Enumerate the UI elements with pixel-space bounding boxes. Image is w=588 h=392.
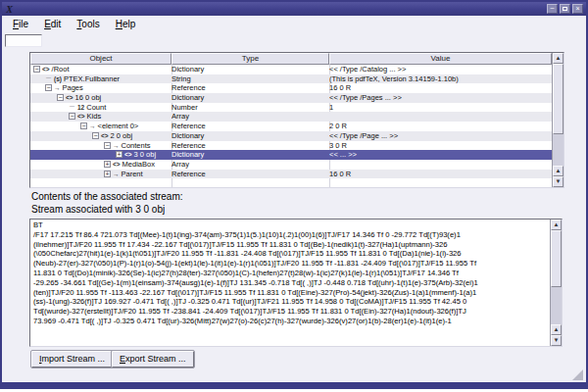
object-label: Parent [122,170,143,178]
object-label: Pages [63,83,83,92]
tree-row-kids[interactable]: −<>KidsArray [30,112,552,122]
expander-minus-icon[interactable]: − [80,122,87,129]
type-cell: Dictionary [172,93,329,103]
object-label: 3 0 obj [134,150,157,159]
value-cell: (This is pdfTeX, Version 3.14159-1.10b) [329,74,552,84]
reference-icon: → [54,83,61,93]
import-stream-button[interactable]: Import Stream ... [31,351,113,368]
type-cell: Array [172,112,329,122]
tree-row-pages[interactable]: −→PagesReference16 0 R [30,83,552,93]
scroll-down-icon[interactable]: ▼ [553,176,564,187]
expander-minus-icon[interactable]: − [104,142,111,149]
column-header-type[interactable]: Type [172,53,329,65]
export-stream-button[interactable]: Export Stream ... [112,351,194,368]
pdf-object-tree: Object Type Value −<>/RootDictionary<< /… [29,52,564,188]
menu-edit[interactable]: Edit [37,18,68,30]
type-cell: Number [172,103,329,113]
object-label: MediaBox [122,160,155,169]
screen: X – × File Edit Tools Help [0,0,588,392]
toolbar-field[interactable] [5,34,42,47]
stream-subheading: Stream associated with 3 0 obj [31,204,165,215]
expander-plus-icon[interactable]: + [116,151,122,158]
expander-minus-icon[interactable]: − [92,132,99,139]
type-cell: Reference [172,170,329,179]
app-icon: X [4,4,15,15]
scroll-up-icon[interactable]: ▲ [551,220,562,230]
close-button[interactable]: × [572,4,583,14]
object-label: Kids [87,112,102,121]
expander-minus-icon[interactable]: − [69,113,75,120]
resize-grip[interactable] [572,369,583,380]
menu-file[interactable]: File [6,18,35,30]
object-label: Contents [122,141,151,150]
menu-tools[interactable]: Tools [70,18,106,30]
scroll-up-icon[interactable]: ▲ [553,53,564,64]
tree-row-3-0-obj[interactable]: +<>3 0 objDictionary<< ... >> [30,150,552,160]
value-cell: << /Type /Pages ... >> [329,93,552,103]
value-cell: 16 0 R [329,170,552,179]
minimize-button[interactable]: – [547,4,558,14]
value-cell: 1 [329,103,552,113]
titlebar[interactable]: X – × [2,2,586,16]
tree-row-contents[interactable]: −→ContentsReference3 0 R [30,141,552,151]
type-cell: Dictionary [172,65,329,74]
object-label: 2 0 obj [111,131,133,140]
reference-icon: → [89,122,96,131]
stream-section-heading: Contents of the associated stream: [31,191,183,202]
expander-minus-icon[interactable]: − [33,66,40,73]
value-cell [329,112,552,122]
type-cell: Dictionary [172,131,329,141]
scroll-down-icon[interactable]: ▼ [551,335,562,346]
tree-scrollbar-thumb[interactable] [553,64,564,134]
scroll-up-icon[interactable]: ▲ [551,324,562,335]
tree-row-parent[interactable]: +→ParentReference16 0 R [30,170,552,179]
dictionary-icon: <> [42,65,50,74]
reference-icon: → [113,141,120,151]
expander-plus-icon[interactable]: + [104,171,111,177]
array-icon: <> [113,160,121,170]
dictionary-icon: <> [101,131,109,141]
tree-row-2-0-obj[interactable]: −<>2 0 objDictionary<< /Type /Page ... >… [30,131,552,141]
array-icon: <> [77,112,85,122]
type-cell: Array [172,160,329,170]
tree-row-count[interactable]: ─12CountNumber1 [30,103,552,113]
reference-icon: → [113,170,120,179]
stream-text[interactable]: BT /F17 17.215 Tf 86.4 721.073 Td[(Mee)-… [30,220,550,346]
tree-row-mediabox[interactable]: +<>MediaBoxArray [30,160,552,170]
scroll-up-icon[interactable]: ▲ [553,166,564,176]
stream-scrollbar-thumb[interactable] [551,230,562,287]
type-cell: Reference [172,122,329,131]
expander-minus-icon[interactable]: − [57,94,64,101]
tree-row--root[interactable]: −<>/RootDictionary<< /Type /Catalog ... … [30,65,552,74]
app-window: X – × File Edit Tools Help [0,0,588,389]
column-header-object[interactable]: Object [30,53,172,65]
value-cell [329,160,552,170]
expander-plus-icon[interactable]: + [104,161,111,168]
toolbar [2,31,586,51]
tree-rows: −<>/RootDictionary<< /Type /Catalog ... … [30,65,552,187]
tree-row-ptex-fullbanner[interactable]: ─(s)PTEX.FullbannerString(This is pdfTeX… [30,74,552,84]
expander-minus-icon[interactable]: − [45,84,52,91]
object-label: <element 0> [98,122,139,130]
type-cell: Dictionary [172,150,329,160]
object-label: Count [86,103,106,112]
tree-scrollbar[interactable]: ▲ ▲ ▼ [552,53,564,187]
stream-content-box: BT /F17 17.215 Tf 86.4 721.073 Td[(Mee)-… [29,219,563,347]
menu-help[interactable]: Help [109,18,143,30]
string-icon: (s) [54,74,62,84]
object-label: 16 0 obj [75,93,102,102]
value-cell: 16 0 R [329,83,552,93]
tree-row-16-0-obj[interactable]: −<>16 0 objDictionary<< /Type /Pages ...… [30,93,552,103]
value-cell: 2 0 R [329,122,552,131]
menubar: File Edit Tools Help [2,16,586,31]
tree-row--element-0-[interactable]: −→<element 0>Reference2 0 R [30,122,552,131]
tree-header: Object Type Value [30,53,552,65]
maximize-button[interactable] [560,4,570,14]
stream-scrollbar[interactable]: ▲ ▲ ▼ [550,220,562,346]
type-cell: String [172,74,329,84]
maximize-icon [563,7,567,11]
dictionary-icon: <> [124,150,132,160]
column-header-value[interactable]: Value [329,53,552,65]
type-cell: Reference [172,141,329,151]
branch-line: ─ [45,75,52,82]
